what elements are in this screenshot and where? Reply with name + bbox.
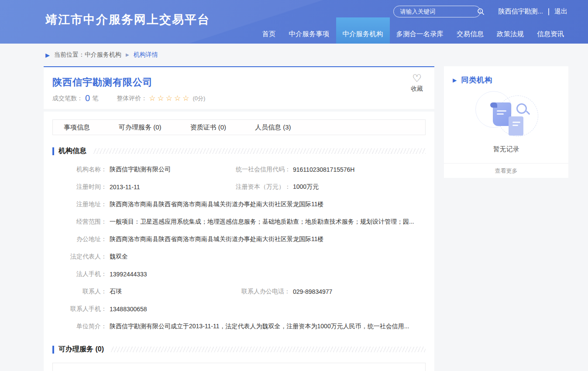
field-label: 联系人： <box>52 288 107 296</box>
field-label: 联系人手机： <box>52 305 107 313</box>
star-icon: ☆ <box>174 94 182 102</box>
field-label: 经营范围： <box>52 218 107 226</box>
field-label: 办公地址： <box>52 235 107 243</box>
org-info-section-title: 机构信息 <box>58 146 86 156</box>
services-section-title: 可办理服务 (0) <box>58 345 104 354</box>
field-value: 陕西信宇勘测有限公司 <box>110 166 171 174</box>
page: 靖江市中介服务网上交易平台 陕西信宇勘测... 退出 首页 中介服务事项 中介服… <box>0 0 588 371</box>
breadcrumb-arrow-icon: ▶ <box>45 52 50 58</box>
search-icon[interactable] <box>477 8 485 15</box>
field-label: 联系人办公电话： <box>236 288 290 296</box>
org-info-rows: 机构名称： 陕西信宇勘测有限公司 统一社会信用代码： 9161102308171… <box>52 161 426 335</box>
org-info-section-header: 机构信息 <box>52 146 426 156</box>
favorite-label[interactable]: 收藏 <box>411 85 423 93</box>
field-value: 13992444333 <box>110 271 147 278</box>
logout-link[interactable]: 退出 <box>554 7 567 16</box>
info-row: 机构名称： 陕西信宇勘测有限公司 统一社会信用代码： 9161102308171… <box>52 161 426 178</box>
field-value: 029-89834977 <box>293 288 332 295</box>
rating-score: (0分) <box>193 95 205 102</box>
field-value: 陕西商洛市商南县陕西省商洛市商南县城关街道办事处南大街社区景龙国际11楼 <box>110 201 324 208</box>
content: 陕西信宇勘测有限公司 成交笔数： 0 笔 整体评价： ☆☆☆☆☆ (0分) ♡ … <box>44 66 568 371</box>
deal-count-unit: 笔 <box>92 95 98 102</box>
field-value: 91611023081715576H <box>293 166 354 173</box>
org-meta: 成交笔数： 0 笔 整体评价： ☆☆☆☆☆ (0分) <box>52 93 205 103</box>
section-hatch-decoration <box>111 347 426 352</box>
nav-item-directory[interactable]: 多测合一名录库 <box>390 24 450 44</box>
field-value: 1000万元 <box>293 183 319 191</box>
info-row: 单位简介： 陕西信宇勘测有限公司成立于2013-11-11，法定代表人为魏双全，… <box>52 318 426 335</box>
org-name: 陕西信宇勘测有限公司 <box>52 76 153 89</box>
breadcrumb-current: 机构详情 <box>134 51 158 59</box>
field-label: 法定代表人： <box>52 253 107 261</box>
services-empty-box <box>52 363 426 371</box>
nav-item-news[interactable]: 信息资讯 <box>530 24 571 44</box>
field-label: 注册地址： <box>52 201 107 208</box>
rating-stars: ☆☆☆☆☆ <box>149 95 191 102</box>
info-row: 经营范围： 一般项目：卫星遥感应用系统集成；地理遥感信息服务；基础地质勘查；地质… <box>52 213 426 231</box>
magnifier-icon <box>516 103 527 114</box>
star-icon: ☆ <box>182 94 191 102</box>
nav-item-service-items[interactable]: 中介服务事项 <box>282 24 336 44</box>
field-value: 一般项目：卫星遥感应用系统集成；地理遥感信息服务；基础地质勘查；地质勘查技术服务… <box>110 218 414 226</box>
user-divider <box>548 8 549 15</box>
main-nav: 首页 中介服务事项 中介服务机构 多测合一名录库 交易信息 政策法规 信息资讯 <box>256 24 571 44</box>
info-row: 注册地址： 陕西商洛市商南县陕西省商洛市商南县城关街道办事处南大街社区景龙国际1… <box>52 196 426 213</box>
section-hatch-decoration <box>93 148 426 154</box>
tab-services[interactable]: 可办理服务 (0) <box>119 123 162 132</box>
search-input[interactable] <box>400 8 477 15</box>
services-section-header: 可办理服务 (0) <box>52 345 426 354</box>
nav-item-home[interactable]: 首页 <box>256 24 282 44</box>
field-value: 陕西信宇勘测有限公司成立于2013-11-11，法定代表人为魏双全，注册资本为1… <box>110 323 409 330</box>
field-label: 统一社会信用代码： <box>236 166 290 174</box>
field-label: 机构名称： <box>52 166 107 174</box>
field-value: 13488300658 <box>110 306 147 313</box>
field-label: 注册资本（万元）： <box>236 183 290 191</box>
star-icon: ☆ <box>149 94 157 102</box>
heart-icon[interactable]: ♡ <box>412 73 422 84</box>
tab-certificates[interactable]: 资质证书 (0) <box>190 123 227 132</box>
field-value: 魏双全 <box>110 253 128 261</box>
org-detail-card: 事项信息 可办理服务 (0) 资质证书 (0) 人员信息 (3) 机构信息 机构… <box>44 112 434 371</box>
field-value: 石瑛 <box>110 288 122 296</box>
nav-item-trade-info[interactable]: 交易信息 <box>450 24 490 44</box>
favorite-button[interactable]: ♡ 收藏 <box>411 73 423 93</box>
tab-item-info[interactable]: 事项信息 <box>64 123 90 132</box>
empty-state-illustration <box>474 91 539 140</box>
field-label: 单位简介： <box>52 323 107 330</box>
sidebar-arrow-icon: ▶ <box>453 78 457 83</box>
tabs-bar: 事项信息 可办理服务 (0) 资质证书 (0) 人员信息 (3) <box>52 119 426 135</box>
view-more-button[interactable]: 查看更多 <box>444 163 568 178</box>
breadcrumb-prefix: 当前位置： <box>54 51 85 59</box>
similar-orgs-title: 同类机构 <box>461 75 492 85</box>
star-icon: ☆ <box>157 94 165 102</box>
info-row: 法定代表人： 魏双全 <box>52 248 426 265</box>
user-name[interactable]: 陕西信宇勘测... <box>498 7 543 16</box>
star-icon: ☆ <box>166 94 174 102</box>
info-row: 联系人： 石瑛 联系人办公电话： 029-89834977 <box>52 283 426 300</box>
site-title: 靖江市中介服务网上交易平台 <box>45 12 210 27</box>
nav-item-policies[interactable]: 政策法规 <box>490 24 530 44</box>
field-value: 2013-11-11 <box>110 184 140 191</box>
tab-personnel[interactable]: 人员信息 (3) <box>255 123 291 132</box>
deal-count-label: 成交笔数： <box>52 95 83 102</box>
field-label: 法人手机： <box>52 270 107 278</box>
rating-label: 整体评价： <box>117 95 147 102</box>
left-column: 陕西信宇勘测有限公司 成交笔数： 0 笔 整体评价： ☆☆☆☆☆ (0分) ♡ … <box>44 66 434 371</box>
search-box[interactable] <box>393 6 481 17</box>
user-area: 陕西信宇勘测... 退出 <box>498 7 567 16</box>
info-row: 法人手机： 13992444333 <box>52 265 426 283</box>
breadcrumb: ▶ 当前位置： 中介服务机构 ▶ 机构详情 <box>0 44 588 66</box>
empty-record-text: 暂无记录 <box>444 145 568 153</box>
info-row: 办公地址： 陕西商洛市商南县陕西省商洛市商南县城关街道办事处南大街社区景龙国际1… <box>52 231 426 248</box>
field-label: 注册时间： <box>52 183 107 191</box>
field-value: 陕西商洛市商南县陕西省商洛市商南县城关街道办事处南大街社区景龙国际11楼 <box>110 235 324 243</box>
section-accent-bar <box>52 346 54 354</box>
similar-orgs-card: ▶ 同类机构 暂无记录 查看更多 <box>444 66 568 178</box>
info-row: 联系人手机： 13488300658 <box>52 300 426 318</box>
section-accent-bar <box>52 147 54 155</box>
site-header: 靖江市中介服务网上交易平台 陕西信宇勘测... 退出 首页 中介服务事项 中介服… <box>0 0 588 44</box>
breadcrumb-parent[interactable]: 中介服务机构 <box>85 51 121 59</box>
deal-count-value: 0 <box>85 93 90 103</box>
nav-item-service-orgs[interactable]: 中介服务机构 <box>336 17 390 44</box>
org-header-card: 陕西信宇勘测有限公司 成交笔数： 0 笔 整体评价： ☆☆☆☆☆ (0分) ♡ … <box>44 66 434 109</box>
